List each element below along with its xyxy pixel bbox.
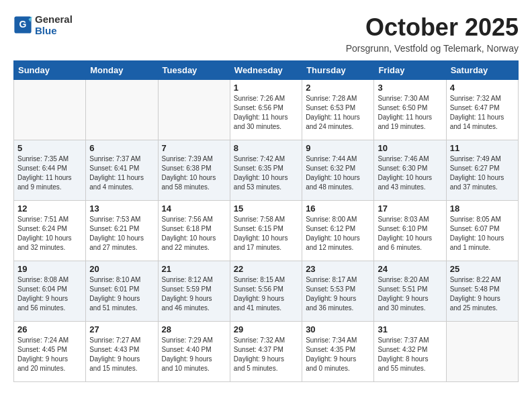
- day-info: Sunrise: 7:37 AM Sunset: 6:41 PM Dayligh…: [89, 154, 154, 192]
- week-row-5: 26Sunrise: 7:24 AM Sunset: 4:45 PM Dayli…: [14, 322, 519, 382]
- day-info: Sunrise: 8:22 AM Sunset: 5:48 PM Dayligh…: [450, 275, 515, 313]
- calendar-cell: 19Sunrise: 8:08 AM Sunset: 6:04 PM Dayli…: [14, 261, 86, 322]
- day-info: Sunrise: 8:15 AM Sunset: 5:56 PM Dayligh…: [234, 275, 298, 313]
- calendar-cell: 2Sunrise: 7:28 AM Sunset: 6:53 PM Daylig…: [302, 80, 374, 140]
- calendar-cell: 31Sunrise: 7:37 AM Sunset: 4:32 PM Dayli…: [374, 322, 446, 382]
- day-number: 14: [162, 203, 226, 214]
- weekday-header-wednesday: Wednesday: [230, 61, 302, 80]
- calendar-cell: 4Sunrise: 7:32 AM Sunset: 6:47 PM Daylig…: [446, 80, 518, 140]
- day-number: 29: [234, 324, 298, 334]
- day-info: Sunrise: 7:53 AM Sunset: 6:21 PM Dayligh…: [89, 215, 154, 253]
- week-row-4: 19Sunrise: 8:08 AM Sunset: 6:04 PM Dayli…: [14, 261, 519, 322]
- day-number: 5: [17, 143, 82, 153]
- day-number: 2: [306, 83, 370, 93]
- day-number: 1: [234, 83, 298, 93]
- day-info: Sunrise: 7:34 AM Sunset: 4:35 PM Dayligh…: [306, 336, 370, 373]
- calendar-cell: 6Sunrise: 7:37 AM Sunset: 6:41 PM Daylig…: [86, 140, 158, 201]
- day-number: 10: [378, 143, 442, 153]
- day-info: Sunrise: 8:12 AM Sunset: 5:59 PM Dayligh…: [162, 275, 226, 313]
- calendar-cell: 25Sunrise: 8:22 AM Sunset: 5:48 PM Dayli…: [446, 261, 518, 322]
- day-number: 31: [378, 324, 442, 334]
- calendar-cell: 22Sunrise: 8:15 AM Sunset: 5:56 PM Dayli…: [230, 261, 302, 322]
- day-info: Sunrise: 8:20 AM Sunset: 5:51 PM Dayligh…: [378, 275, 442, 313]
- day-number: 20: [89, 264, 154, 274]
- calendar-cell: [86, 80, 158, 140]
- day-info: Sunrise: 7:24 AM Sunset: 4:45 PM Dayligh…: [17, 336, 82, 373]
- title-area: October 2025 Porsgrunn, Vestfold og Tele…: [346, 13, 519, 54]
- page-header: G General Blue October 2025 Porsgrunn, V…: [13, 13, 519, 54]
- day-info: Sunrise: 8:03 AM Sunset: 6:10 PM Dayligh…: [378, 215, 442, 253]
- location: Porsgrunn, Vestfold og Telemark, Norway: [346, 43, 519, 54]
- calendar-cell: 13Sunrise: 7:53 AM Sunset: 6:21 PM Dayli…: [86, 201, 158, 261]
- day-info: Sunrise: 7:35 AM Sunset: 6:44 PM Dayligh…: [17, 154, 82, 192]
- calendar-cell: [158, 80, 230, 140]
- day-number: 6: [89, 143, 154, 153]
- day-number: 11: [450, 143, 515, 153]
- logo-general: General: [35, 13, 73, 25]
- day-info: Sunrise: 7:42 AM Sunset: 6:35 PM Dayligh…: [234, 154, 298, 192]
- calendar-cell: 18Sunrise: 8:05 AM Sunset: 6:07 PM Dayli…: [446, 201, 518, 261]
- calendar-cell: 11Sunrise: 7:49 AM Sunset: 6:27 PM Dayli…: [446, 140, 518, 201]
- day-number: 16: [306, 203, 370, 214]
- weekday-header-sunday: Sunday: [14, 61, 86, 80]
- calendar-cell: 29Sunrise: 7:32 AM Sunset: 4:37 PM Dayli…: [230, 322, 302, 382]
- day-number: 4: [450, 83, 515, 93]
- calendar-cell: 15Sunrise: 7:58 AM Sunset: 6:15 PM Dayli…: [230, 201, 302, 261]
- day-number: 19: [17, 264, 82, 274]
- calendar-cell: 20Sunrise: 8:10 AM Sunset: 6:01 PM Dayli…: [86, 261, 158, 322]
- day-info: Sunrise: 7:30 AM Sunset: 6:50 PM Dayligh…: [378, 94, 442, 132]
- day-info: Sunrise: 7:39 AM Sunset: 6:38 PM Dayligh…: [162, 154, 226, 192]
- day-info: Sunrise: 8:05 AM Sunset: 6:07 PM Dayligh…: [450, 215, 515, 253]
- day-info: Sunrise: 7:32 AM Sunset: 6:47 PM Dayligh…: [450, 94, 515, 132]
- day-number: 21: [162, 264, 226, 274]
- weekday-header-tuesday: Tuesday: [158, 61, 230, 80]
- day-number: 17: [378, 203, 442, 214]
- calendar-cell: 28Sunrise: 7:29 AM Sunset: 4:40 PM Dayli…: [158, 322, 230, 382]
- logo: G General Blue: [13, 13, 73, 36]
- weekday-header-saturday: Saturday: [446, 61, 518, 80]
- day-info: Sunrise: 7:26 AM Sunset: 6:56 PM Dayligh…: [234, 94, 298, 132]
- calendar-cell: [446, 322, 518, 382]
- day-number: 30: [306, 324, 370, 334]
- day-number: 12: [17, 203, 82, 214]
- calendar-cell: 12Sunrise: 7:51 AM Sunset: 6:24 PM Dayli…: [14, 201, 86, 261]
- day-info: Sunrise: 7:27 AM Sunset: 4:43 PM Dayligh…: [89, 336, 154, 373]
- calendar: SundayMondayTuesdayWednesdayThursdayFrid…: [13, 60, 519, 382]
- calendar-cell: 21Sunrise: 8:12 AM Sunset: 5:59 PM Dayli…: [158, 261, 230, 322]
- calendar-cell: 17Sunrise: 8:03 AM Sunset: 6:10 PM Dayli…: [374, 201, 446, 261]
- weekday-header-friday: Friday: [374, 61, 446, 80]
- calendar-cell: 24Sunrise: 8:20 AM Sunset: 5:51 PM Dayli…: [374, 261, 446, 322]
- calendar-cell: 8Sunrise: 7:42 AM Sunset: 6:35 PM Daylig…: [230, 140, 302, 201]
- calendar-cell: 3Sunrise: 7:30 AM Sunset: 6:50 PM Daylig…: [374, 80, 446, 140]
- day-number: 3: [378, 83, 442, 93]
- calendar-cell: 16Sunrise: 8:00 AM Sunset: 6:12 PM Dayli…: [302, 201, 374, 261]
- day-info: Sunrise: 7:29 AM Sunset: 4:40 PM Dayligh…: [162, 336, 226, 373]
- week-row-2: 5Sunrise: 7:35 AM Sunset: 6:44 PM Daylig…: [14, 140, 519, 201]
- day-number: 23: [306, 264, 370, 274]
- calendar-cell: 27Sunrise: 7:27 AM Sunset: 4:43 PM Dayli…: [86, 322, 158, 382]
- day-info: Sunrise: 8:17 AM Sunset: 5:53 PM Dayligh…: [306, 275, 370, 313]
- week-row-1: 1Sunrise: 7:26 AM Sunset: 6:56 PM Daylig…: [14, 80, 519, 140]
- day-info: Sunrise: 7:28 AM Sunset: 6:53 PM Dayligh…: [306, 94, 370, 132]
- day-info: Sunrise: 7:46 AM Sunset: 6:30 PM Dayligh…: [378, 154, 442, 192]
- calendar-cell: 26Sunrise: 7:24 AM Sunset: 4:45 PM Dayli…: [14, 322, 86, 382]
- day-number: 7: [162, 143, 226, 153]
- day-number: 9: [306, 143, 370, 153]
- day-number: 28: [162, 324, 226, 334]
- day-number: 22: [234, 264, 298, 274]
- calendar-cell: 14Sunrise: 7:56 AM Sunset: 6:18 PM Dayli…: [158, 201, 230, 261]
- day-number: 25: [450, 264, 515, 274]
- day-number: 27: [89, 324, 154, 334]
- calendar-cell: 10Sunrise: 7:46 AM Sunset: 6:30 PM Dayli…: [374, 140, 446, 201]
- calendar-cell: 5Sunrise: 7:35 AM Sunset: 6:44 PM Daylig…: [14, 140, 86, 201]
- day-number: 26: [17, 324, 82, 334]
- svg-text:G: G: [19, 19, 27, 30]
- day-number: 13: [89, 203, 154, 214]
- day-info: Sunrise: 7:37 AM Sunset: 4:32 PM Dayligh…: [378, 336, 442, 373]
- weekday-header-row: SundayMondayTuesdayWednesdayThursdayFrid…: [14, 61, 519, 80]
- day-number: 8: [234, 143, 298, 153]
- day-info: Sunrise: 7:58 AM Sunset: 6:15 PM Dayligh…: [234, 215, 298, 253]
- week-row-3: 12Sunrise: 7:51 AM Sunset: 6:24 PM Dayli…: [14, 201, 519, 261]
- day-number: 15: [234, 203, 298, 214]
- day-info: Sunrise: 7:44 AM Sunset: 6:32 PM Dayligh…: [306, 154, 370, 192]
